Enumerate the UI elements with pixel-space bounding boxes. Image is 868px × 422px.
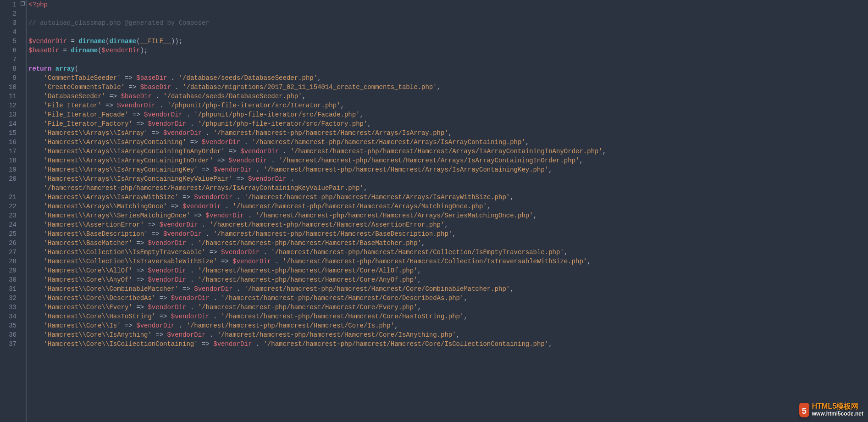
code-line[interactable]: 'Hamcrest\\Core\\Every' => $vendorDir . … [28, 303, 868, 312]
code-line[interactable]: 'Hamcrest\\Arrays\\IsArrayContainingKey'… [28, 165, 868, 174]
watermark-text: HTML5模板网 www.html5code.net [812, 403, 863, 417]
fold-toggle-icon[interactable]: − [21, 1, 25, 6]
line-number[interactable]: 27 [0, 248, 17, 257]
watermark-title: HTML5模板网 [812, 403, 863, 410]
code-line[interactable]: 'Hamcrest\\Arrays\\SeriesMatchingOnce' =… [28, 211, 868, 220]
code-line[interactable]: 'Hamcrest\\Collection\\IsTraversableWith… [28, 257, 868, 266]
code-line[interactable] [28, 28, 868, 37]
code-line[interactable]: 'Hamcrest\\Arrays\\MatchingOnce' => $ven… [28, 202, 868, 211]
code-line[interactable]: 'Hamcrest\\Core\\CombinableMatcher' => $… [28, 284, 868, 294]
code-line[interactable]: 'Hamcrest\\BaseMatcher' => $vendorDir . … [28, 239, 868, 248]
line-number[interactable]: 25 [0, 229, 17, 239]
line-number[interactable]: 13 [0, 110, 17, 119]
code-line[interactable]: 'File_Iterator_Facade' => $vendorDir . '… [28, 110, 868, 119]
line-number[interactable]: 15 [0, 128, 17, 138]
code-line[interactable]: 'Hamcrest\\Arrays\\IsArrayContaining' =>… [28, 138, 868, 147]
line-number[interactable]: 33 [0, 303, 17, 312]
line-number[interactable]: 36 [0, 330, 17, 339]
html5-badge-icon: 5 [799, 403, 809, 417]
code-line[interactable]: 'DatabaseSeeder' => $baseDir . '/databas… [28, 92, 868, 101]
line-number[interactable]: 18 [0, 156, 17, 165]
watermark-url: www.html5code.net [812, 410, 863, 417]
code-line[interactable]: 'Hamcrest\\Core\\DescribedAs' => $vendor… [28, 294, 868, 303]
code-line[interactable]: 'Hamcrest\\AssertionError' => $vendorDir… [28, 220, 868, 229]
code-line[interactable]: 'Hamcrest\\Arrays\\IsArrayContainingInAn… [28, 147, 868, 156]
code-line[interactable]: 'File_Iterator' => $vendorDir . '/phpuni… [28, 101, 868, 110]
code-editor[interactable]: 1234567891011121314151617181920212223242… [0, 0, 868, 422]
code-line[interactable]: 'Hamcrest\\Core\\AnyOf' => $vendorDir . … [28, 275, 868, 284]
code-line[interactable]: return array( [28, 64, 868, 73]
line-number[interactable]: 9 [0, 73, 17, 83]
line-number[interactable]: 12 [0, 101, 17, 110]
line-number[interactable]: 30 [0, 275, 17, 284]
code-line[interactable]: 'Hamcrest\\Arrays\\IsArrayContainingKeyV… [28, 174, 868, 183]
code-line[interactable]: '/hamcrest/hamcrest-php/hamcrest/Hamcres… [28, 183, 868, 193]
code-line[interactable]: 'Hamcrest\\Core\\IsCollectionContaining'… [28, 339, 868, 349]
code-line[interactable]: 'CommentTableSeeder' => $baseDir . '/dat… [28, 73, 868, 83]
line-number[interactable]: 1 [0, 0, 17, 9]
line-number[interactable]: 16 [0, 138, 17, 147]
line-number[interactable]: 17 [0, 147, 17, 156]
line-number[interactable]: 14 [0, 119, 17, 128]
line-number[interactable]: 7 [0, 55, 17, 64]
code-line[interactable]: 'Hamcrest\\Arrays\\IsArray' => $vendorDi… [28, 128, 868, 138]
code-line[interactable]: <?php [28, 0, 868, 9]
line-number[interactable]: 10 [0, 83, 17, 92]
line-number[interactable]: 28 [0, 257, 17, 266]
line-number-gutter[interactable]: 1234567891011121314151617181920212223242… [0, 0, 20, 422]
line-number[interactable]: 29 [0, 266, 17, 275]
watermark: 5 HTML5模板网 www.html5code.net [799, 403, 863, 417]
line-number[interactable]: 5 [0, 37, 17, 46]
code-line[interactable]: // autoload_classmap.php @generated by C… [28, 18, 868, 28]
line-number[interactable]: 31 [0, 284, 17, 294]
line-number[interactable]: 34 [0, 312, 17, 321]
line-number[interactable]: 19 [0, 165, 17, 174]
code-line[interactable]: 'File_Iterator_Factory' => $vendorDir . … [28, 119, 868, 128]
code-line[interactable] [28, 55, 868, 64]
line-number[interactable] [0, 183, 17, 193]
line-number[interactable]: 11 [0, 92, 17, 101]
line-number[interactable]: 37 [0, 339, 17, 349]
code-line[interactable]: 'Hamcrest\\Arrays\\IsArrayWithSize' => $… [28, 193, 868, 202]
code-line[interactable]: 'Hamcrest\\Core\\IsAnything' => $vendorD… [28, 330, 868, 339]
line-number[interactable]: 6 [0, 46, 17, 55]
line-number[interactable]: 8 [0, 64, 17, 73]
line-number[interactable]: 2 [0, 9, 17, 18]
line-number[interactable]: 35 [0, 321, 17, 330]
code-line[interactable]: 'Hamcrest\\Arrays\\IsArrayContainingInOr… [28, 156, 868, 165]
line-number[interactable]: 32 [0, 294, 17, 303]
code-line[interactable] [28, 9, 868, 18]
line-number[interactable]: 23 [0, 211, 17, 220]
line-number[interactable]: 21 [0, 193, 17, 202]
code-line[interactable]: 'CreateCommentsTable' => $baseDir . '/da… [28, 83, 868, 92]
fold-column[interactable]: − [20, 0, 26, 422]
code-line[interactable]: 'Hamcrest\\Collection\\IsEmptyTraversabl… [28, 248, 868, 257]
code-line[interactable]: 'Hamcrest\\Core\\Is' => $vendorDir . '/h… [28, 321, 868, 330]
line-number[interactable]: 4 [0, 28, 17, 37]
line-number[interactable]: 22 [0, 202, 17, 211]
code-line[interactable]: $vendorDir = dirname(dirname(__FILE__)); [28, 37, 868, 46]
line-number[interactable]: 20 [0, 174, 17, 183]
code-line[interactable]: 'Hamcrest\\BaseDescription' => $vendorDi… [28, 229, 868, 239]
code-line[interactable]: 'Hamcrest\\Core\\AllOf' => $vendorDir . … [28, 266, 868, 275]
code-line[interactable]: 'Hamcrest\\Core\\HasToString' => $vendor… [28, 312, 868, 321]
line-number[interactable]: 24 [0, 220, 17, 229]
line-number[interactable]: 3 [0, 18, 17, 28]
line-number[interactable]: 26 [0, 239, 17, 248]
code-line[interactable]: $baseDir = dirname($vendorDir); [28, 46, 868, 55]
code-area[interactable]: <?php // autoload_classmap.php @generate… [26, 0, 868, 422]
